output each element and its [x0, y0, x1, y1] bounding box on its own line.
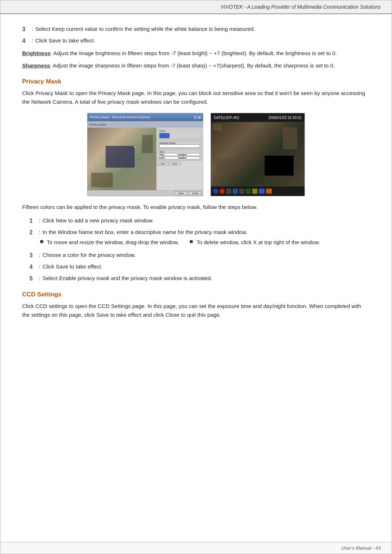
footer-close-btn[interactable]: Close — [189, 191, 201, 195]
pm-step-number-5: 5 — [29, 274, 37, 283]
pm-step-text-5: Select Enable privacy mask and the priva… — [42, 274, 212, 283]
bullet-icon-2 — [190, 240, 193, 243]
screenshots-row: Privacy Mask - Microsoft Internet Explor… — [22, 113, 370, 196]
mask-close-x[interactable]: x — [134, 145, 135, 148]
pm-step-number-3: 3 — [29, 251, 37, 260]
pm-step-number-4: 4 — [29, 263, 37, 271]
step-colon-3: : — [32, 25, 33, 33]
cam-icon-3 — [226, 189, 231, 194]
pm-step-text-1: Click New to add a new privacy mask wind… — [42, 217, 154, 225]
pm-step-colon-2: : — [39, 228, 40, 237]
privacy-mask-heading: Privacy Mask — [22, 78, 370, 85]
width-label: Width — [179, 157, 185, 159]
bullet-icon-1 — [40, 240, 43, 243]
cam-icon-2 — [220, 189, 225, 194]
sidebar-buttons: New Save — [158, 162, 202, 165]
footer-save-btn[interactable]: Save — [175, 191, 187, 195]
window-name-input[interactable] — [159, 144, 200, 148]
ss-camera-area: x — [87, 128, 156, 191]
privacy-mask-intro: Click Privacy Mask to open the Privacy M… — [22, 89, 370, 106]
pm-step-3: 3 : Choose a color for the privacy windo… — [29, 251, 370, 260]
sub-bullet-text-1: To move and resize the window, drag-drop… — [47, 238, 179, 247]
privacy-mask-steps: 1 : Click New to add a new privacy mask … — [29, 217, 370, 283]
main-content: 3 : Select Keep current value to confirm… — [0, 14, 392, 346]
pm-step-text-2: In the Window Name text box, enter a des… — [42, 228, 247, 237]
brightness-text: : Adjust the image brightness in fifteen… — [50, 50, 337, 56]
sidebar-size-label: Size — [159, 151, 200, 153]
left-input[interactable] — [164, 156, 178, 159]
black-privacy-rect — [265, 156, 294, 176]
pm-step-2: 2 : In the Window Name text box, enter a… — [29, 228, 370, 248]
cam-icon-4 — [233, 189, 238, 194]
cam-icon-9 — [266, 189, 272, 194]
brightness-param: Brightness: Adjust the image brightness … — [22, 49, 370, 58]
pm-step-number-1: 1 — [29, 217, 37, 225]
pm-step-1: 1 : Click New to add a new privacy mask … — [29, 217, 370, 225]
cam-icon-5 — [239, 189, 244, 194]
privacy-mask-overlay — [106, 146, 135, 168]
cam-icon-6 — [246, 189, 251, 194]
footer: User's Manual - 43 — [0, 542, 392, 554]
top-input[interactable] — [164, 153, 177, 156]
pm-step-text-4: Click Save to take effect. — [42, 263, 102, 271]
pm-step-text-3: Choose a color for the privacy window. — [42, 251, 136, 259]
step-3: 3 : Select Keep current value to confirm… — [22, 25, 370, 34]
ss-nav-text: Privacy Mask — [89, 123, 106, 126]
ss-right-header-left: DATE(UDP-AV) — [214, 116, 239, 120]
save-button[interactable]: Save — [170, 162, 180, 165]
height-input[interactable] — [187, 153, 200, 156]
ss-left-controls: ⊟ ⊠ — [194, 115, 201, 119]
sharpness-text: : Adjust the image sharpness in fifteen … — [50, 62, 335, 69]
ss-right-header-right: 2008/01/03 16:30:01 — [268, 116, 302, 120]
step-colon-4: : — [32, 37, 33, 45]
screenshot-right: DATE(UDP-AV) 2008/01/03 16:30:01 — [211, 113, 305, 196]
width-input[interactable] — [186, 156, 200, 159]
pm-step-colon-1: : — [39, 217, 40, 225]
brightness-label: Brightness — [22, 50, 50, 56]
step-4: 4 : Click Save to take effect. — [22, 37, 370, 45]
sidebar-winname-section: Window Name — [158, 141, 202, 149]
step-text-4: Click Save to take effect. — [35, 37, 95, 45]
footer-text: User's Manual - 43 — [341, 545, 381, 551]
step-number-3: 3 — [22, 25, 30, 34]
sharpness-param: Sharpness: Adjust the image sharpness in… — [22, 61, 370, 70]
ss-left-title: Privacy Mask - Microsoft Internet Explor… — [90, 115, 150, 119]
step-text-3: Select Keep current value to confirm the… — [35, 25, 255, 33]
pm-step-4: 4 : Click Save to take effect. — [29, 263, 370, 271]
pm-step-number-2: 2 — [29, 228, 37, 237]
pm-step-colon-3: : — [39, 251, 40, 259]
screenshot-left: Privacy Mask - Microsoft Internet Explor… — [87, 113, 203, 196]
sharpness-label: Sharpness — [22, 62, 50, 69]
pm-step-colon-4: : — [39, 263, 40, 271]
cam-icon-7 — [252, 189, 257, 194]
sidebar-color-section: Color — [158, 129, 202, 140]
color-swatch — [159, 133, 170, 138]
left-label: Left — [159, 157, 164, 159]
sidebar-left-row: Left Width — [159, 156, 200, 159]
ss-left-sidebar: Color Window Name Size Top — [156, 128, 203, 191]
top-label: Top — [159, 153, 163, 156]
ss-right-header: DATE(UDP-AV) 2008/01/03 16:30:01 — [211, 113, 305, 122]
sidebar-size-section: Size Top Height Left Width — [158, 149, 202, 161]
step-number-4: 4 — [22, 37, 30, 45]
sub-bullet-1: To move and resize the window, drag-drop… — [40, 238, 179, 247]
sidebar-top-row: Top Height — [159, 153, 200, 156]
ss-right-camera-view — [211, 122, 305, 186]
ss-left-titlebar: Privacy Mask - Microsoft Internet Explor… — [87, 113, 203, 121]
header-title: VIVOTEK - A Leading Provider of Multimed… — [221, 4, 381, 10]
ss-left-footer: Save Close — [87, 190, 203, 196]
new-button[interactable]: New — [158, 162, 168, 165]
ccd-settings-text: Click CCD settings to open the CCD Setti… — [22, 302, 370, 319]
cam-icon-8 — [259, 189, 265, 194]
sidebar-winname-label: Window Name — [159, 142, 200, 144]
cam-icon-1 — [213, 189, 218, 194]
pm-step-colon-5: : — [39, 274, 40, 283]
page: VIVOTEK - A Leading Provider of Multimed… — [0, 0, 392, 554]
ss-right-footer — [211, 186, 305, 196]
ss-left-nav: Privacy Mask — [87, 121, 203, 128]
height-label: Height — [179, 153, 186, 156]
sidebar-color-label: Color — [159, 130, 200, 132]
header-bar: VIVOTEK - A Leading Provider of Multimed… — [0, 0, 392, 14]
sub-bullet-text-2: To delete window, click X at top right o… — [196, 238, 320, 247]
sub-bullet-2: To delete window, click X at top right o… — [190, 238, 320, 247]
